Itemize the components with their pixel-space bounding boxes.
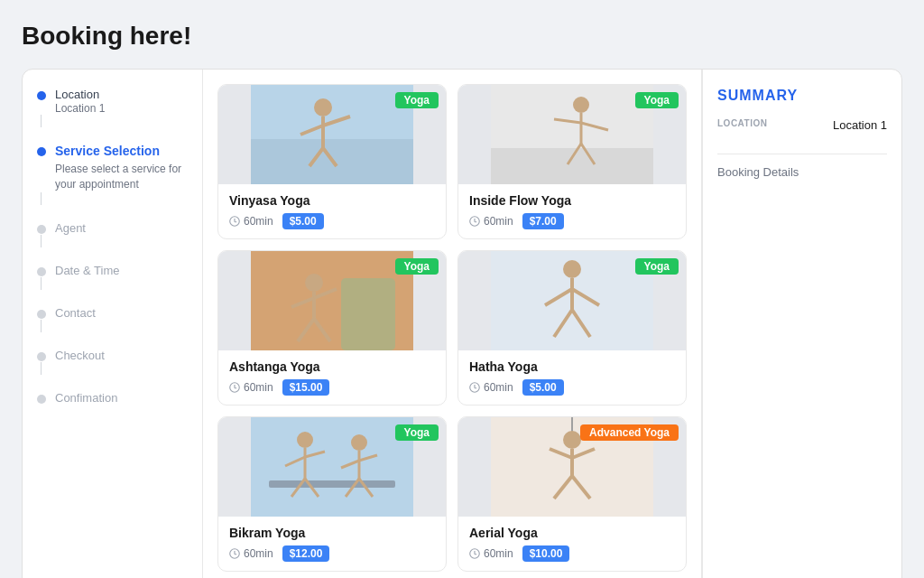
step-label-agent: Agent bbox=[55, 221, 86, 235]
card-meta-vinyasa: 60min $5.00 bbox=[229, 213, 435, 229]
service-card-aerial[interactable]: Advanced Yoga Aerial Yoga 60min $10.00 bbox=[457, 416, 687, 572]
step-label-contact: Contact bbox=[55, 306, 96, 320]
step-connector-location bbox=[41, 115, 42, 127]
card-body-inside-flow: Inside Flow Yoga 60min $7.00 bbox=[458, 184, 686, 238]
service-card-inside-flow[interactable]: Yoga Inside Flow Yoga 60min $7.00 bbox=[457, 84, 687, 239]
main-content-wrap: Yoga Vinyasa Yoga 60min $5.00 Yoga bbox=[203, 70, 703, 578]
page-title: Booking here! bbox=[22, 22, 902, 51]
steps-list: LocationLocation 1 Service SelectionPlea… bbox=[37, 88, 188, 405]
clock-icon bbox=[469, 382, 480, 393]
card-duration-hatha: 60min bbox=[469, 381, 513, 394]
card-meta-bikram: 60min $12.00 bbox=[229, 545, 435, 562]
svg-point-13 bbox=[573, 97, 589, 113]
card-title-vinyasa: Vinyasa Yoga bbox=[229, 193, 435, 208]
svg-rect-44 bbox=[269, 480, 395, 488]
svg-rect-43 bbox=[251, 417, 413, 517]
booking-container: LocationLocation 1 Service SelectionPlea… bbox=[22, 69, 902, 578]
svg-point-51 bbox=[351, 434, 367, 451]
card-duration-inside-flow: 60min bbox=[469, 215, 513, 228]
service-card-hatha[interactable]: Yoga Hatha Yoga 60min $5.00 bbox=[457, 250, 687, 406]
step-dot-datetime bbox=[37, 267, 46, 276]
sidebar: LocationLocation 1 Service SelectionPlea… bbox=[23, 70, 203, 578]
card-tag-vinyasa: Yoga bbox=[395, 92, 439, 108]
services-grid: Yoga Vinyasa Yoga 60min $5.00 Yoga bbox=[217, 84, 687, 578]
step-contact: Contact bbox=[37, 306, 188, 332]
step-connector-contact bbox=[41, 320, 42, 332]
card-image-bikram: Yoga bbox=[218, 417, 446, 517]
card-meta-ashtanga: 60min $15.00 bbox=[229, 379, 435, 396]
step-dot-agent bbox=[37, 225, 46, 234]
summary-title: SUMMARY bbox=[717, 88, 887, 104]
card-image-vinyasa: Yoga bbox=[218, 85, 446, 184]
svg-rect-23 bbox=[341, 278, 395, 350]
card-body-hatha: Hatha Yoga 60min $5.00 bbox=[458, 350, 686, 405]
svg-point-45 bbox=[297, 432, 313, 448]
card-tag-aerial: Advanced Yoga bbox=[580, 424, 679, 441]
location-value: Location 1 bbox=[833, 118, 887, 132]
card-tag-ashtanga: Yoga bbox=[395, 258, 439, 275]
card-duration-bikram: 60min bbox=[229, 547, 273, 560]
services-section: Yoga Vinyasa Yoga 60min $5.00 Yoga bbox=[203, 70, 702, 578]
svg-point-2 bbox=[314, 98, 332, 117]
step-connector-agent bbox=[41, 235, 42, 247]
step-dot-checkout bbox=[37, 352, 46, 361]
step-label-confirmation: Confimation bbox=[55, 391, 117, 405]
step-label-service: Service Selection bbox=[55, 144, 188, 158]
step-dot-confirmation bbox=[37, 395, 46, 404]
card-price-hatha: $5.00 bbox=[522, 379, 564, 396]
card-duration-aerial: 60min bbox=[469, 547, 513, 560]
service-card-ashtanga[interactable]: Yoga Ashtanga Yoga 60min $15.00 bbox=[217, 250, 447, 406]
card-title-hatha: Hatha Yoga bbox=[469, 359, 675, 374]
card-image-ashtanga: Yoga bbox=[218, 251, 446, 350]
step-sublabel-location: Location 1 bbox=[55, 102, 105, 115]
step-confirmation: Confimation bbox=[37, 391, 188, 405]
clock-icon bbox=[229, 216, 240, 227]
service-card-bikram[interactable]: Yoga Bikram Yoga 60min $12.00 bbox=[217, 416, 447, 572]
card-duration-ashtanga: 60min bbox=[229, 381, 273, 394]
step-location[interactable]: LocationLocation 1 bbox=[37, 88, 188, 127]
svg-point-62 bbox=[563, 431, 581, 449]
card-tag-hatha: Yoga bbox=[635, 258, 679, 275]
service-card-vinyasa[interactable]: Yoga Vinyasa Yoga 60min $5.00 bbox=[217, 84, 447, 239]
card-body-vinyasa: Vinyasa Yoga 60min $5.00 bbox=[218, 184, 446, 238]
step-agent: Agent bbox=[37, 221, 188, 247]
clock-icon bbox=[229, 382, 240, 393]
step-dot-location bbox=[37, 91, 46, 100]
clock-icon bbox=[469, 216, 480, 227]
card-title-aerial: Aerial Yoga bbox=[469, 526, 675, 540]
card-price-ashtanga: $15.00 bbox=[282, 379, 330, 396]
card-tag-bikram: Yoga bbox=[395, 424, 439, 441]
summary-divider bbox=[717, 154, 887, 154]
card-title-inside-flow: Inside Flow Yoga bbox=[469, 193, 675, 208]
card-tag-inside-flow: Yoga bbox=[635, 92, 679, 108]
step-label-location: Location bbox=[55, 88, 105, 101]
step-dot-service bbox=[37, 147, 46, 156]
svg-point-24 bbox=[305, 274, 323, 292]
svg-point-34 bbox=[563, 260, 581, 278]
card-meta-aerial: 60min $10.00 bbox=[469, 545, 675, 562]
card-meta-inside-flow: 60min $7.00 bbox=[469, 213, 675, 229]
card-price-bikram: $12.00 bbox=[282, 545, 330, 562]
card-image-hatha: Yoga bbox=[458, 251, 686, 350]
card-image-aerial: Advanced Yoga bbox=[458, 417, 686, 517]
step-dot-contact bbox=[37, 310, 46, 319]
step-connector-datetime bbox=[41, 277, 42, 290]
clock-icon bbox=[469, 548, 480, 559]
card-duration-vinyasa: 60min bbox=[229, 215, 273, 228]
step-connector-service bbox=[41, 192, 42, 205]
card-image-inside-flow: Yoga bbox=[458, 85, 686, 184]
card-body-bikram: Bikram Yoga 60min $12.00 bbox=[218, 517, 446, 571]
step-connector-checkout bbox=[41, 362, 42, 375]
svg-rect-12 bbox=[491, 148, 653, 184]
step-datetime: Date & Time bbox=[37, 264, 188, 290]
card-price-aerial: $10.00 bbox=[522, 545, 570, 562]
step-service[interactable]: Service SelectionPlease select a service… bbox=[37, 144, 188, 205]
step-description-service: Please select a service for your appoint… bbox=[55, 162, 188, 192]
card-title-bikram: Bikram Yoga bbox=[229, 526, 435, 540]
summary-panel: SUMMARY LOCATION Location 1 Booking Deta… bbox=[703, 70, 901, 578]
step-label-datetime: Date & Time bbox=[55, 264, 120, 277]
card-body-aerial: Aerial Yoga 60min $10.00 bbox=[458, 517, 686, 571]
step-label-checkout: Checkout bbox=[55, 349, 105, 362]
location-label: LOCATION bbox=[717, 118, 767, 132]
card-body-ashtanga: Ashtanga Yoga 60min $15.00 bbox=[218, 350, 446, 405]
